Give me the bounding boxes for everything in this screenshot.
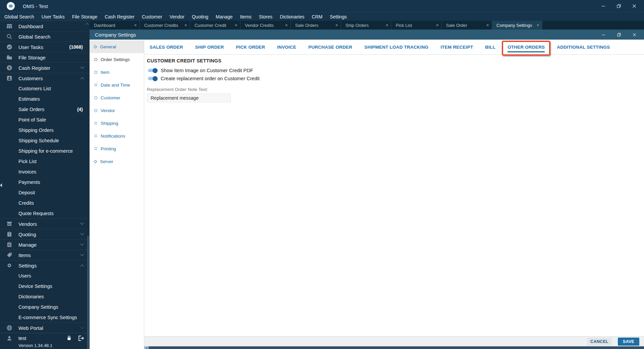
menu-item-global-search[interactable]: Global Search [1,12,38,21]
tab-pick-list[interactable]: Pick List× [391,21,442,30]
horizontal-scrollbar-thumb[interactable] [149,346,644,349]
settings-nav-customer[interactable]: Customer [90,91,144,104]
menu-item-quoting[interactable]: Quoting [188,12,212,21]
lock-icon[interactable] [66,335,73,342]
sidebar-item-e-commerce-sync-settings[interactable]: E-commerce Sync Settings [0,312,90,322]
sidebar-item-estimates[interactable]: Estimates [0,94,90,104]
tab-sale-orders[interactable]: Sale Orders× [291,21,341,30]
sidebar-item-credits[interactable]: Credits [0,198,90,208]
settings-tab-sales-order[interactable]: SALES ORDER [150,45,183,50]
replacement-note-input[interactable] [147,94,231,102]
sidebar-item-settings[interactable]: Settings [0,260,90,270]
menu-item-manage[interactable]: Manage [212,12,236,21]
sidebar-item-pick-list[interactable]: Pick List [0,156,90,166]
tab-close-icon[interactable]: × [134,23,137,28]
settings-nav-notifications[interactable]: Notifications [90,130,144,142]
settings-tab-item-receipt[interactable]: ITEM RECEIPT [440,45,473,50]
tab-close-icon[interactable]: × [436,23,439,28]
sidebar-scrollbar[interactable] [87,236,89,349]
tab-ship-orders[interactable]: Ship Orders× [341,21,391,30]
tab-dashboard[interactable]: Dashboard× [90,21,140,30]
sidebar-item-label: Device Settings [18,284,52,289]
close-icon[interactable] [627,0,642,12]
settings-nav-date-and-time[interactable]: Date and Time [90,79,144,91]
inner-minimize-icon[interactable] [596,30,611,40]
sidebar-item-vendors[interactable]: Vendors [0,218,90,229]
cancel-button[interactable]: CANCEL [587,338,612,346]
settings-nav-server[interactable]: Server [90,155,144,168]
sidebar-item-shipping-for-e-commerce[interactable]: Shipping for e-commerce [0,146,90,156]
settings-nav-order-settings[interactable]: Order Settings [90,53,144,66]
menu-item-dictionaries[interactable]: Dictionaries [276,12,308,21]
settings-nav-printing[interactable]: Printing [90,142,144,155]
menu-item-items[interactable]: Items [236,12,255,21]
sidebar-item-dashboard[interactable]: Dashboard [0,21,90,31]
sidebar-item-invoices[interactable]: Invoices [0,166,90,177]
sidebar-item-customers[interactable]: Customers [0,73,90,83]
menu-item-settings[interactable]: Settings [326,12,351,21]
settings-tab-bill[interactable]: BILL [485,45,495,50]
toggle-switch-show-item-image-on-customer-credit-pdf[interactable] [148,69,157,72]
settings-tab-shipment-load-tracking[interactable]: SHIPMENT LOAD TRACKING [364,45,428,50]
sidebar-item-sale-orders[interactable]: Sale Orders(4) [0,104,90,114]
toggle-switch-create-replacement-order-on-customer-credit[interactable] [148,77,157,80]
user-account-row[interactable]: test [0,333,90,343]
tab-vendor-credits[interactable]: Vendor Credits× [240,21,291,30]
tab-customer-credit[interactable]: Customer Credit× [190,21,240,30]
tab-sale-order[interactable]: Sale Order× [442,21,492,30]
tab-close-icon[interactable]: × [486,23,489,28]
sidebar-item-web-portal[interactable]: Web Portal [0,322,90,333]
sidebar-item-items[interactable]: Items [0,250,90,260]
tab-close-icon[interactable]: × [335,23,338,28]
sidebar-collapse-arrow-icon[interactable] [0,183,2,187]
settings-nav-general[interactable]: General [90,40,144,53]
save-button[interactable]: SAVE [618,338,639,346]
sidebar-item-file-storage[interactable]: File Storage [0,52,90,62]
inner-restore-icon[interactable] [611,30,627,40]
settings-tab-invoice[interactable]: INVOICE [277,45,296,50]
settings-nav-item[interactable]: Item [90,66,144,79]
sidebar-item-global-search[interactable]: Global Search [0,31,90,42]
sidebar-item-quote-requests[interactable]: Quote Requests [0,208,90,218]
tab-close-icon[interactable]: × [386,23,388,28]
sidebar-item-payments[interactable]: Payments [0,177,90,187]
settings-tab-purchase-order[interactable]: PURCHASE ORDER [308,45,352,50]
settings-tab-pick-order[interactable]: PICK ORDER [236,45,265,50]
sidebar-item-users[interactable]: Users [0,270,90,281]
maximize-icon[interactable] [611,0,627,12]
tab-close-icon[interactable]: × [235,23,237,28]
sidebar-item-quoting[interactable]: ?Quoting [0,229,90,239]
menu-item-file-storage[interactable]: File Storage [68,12,101,21]
inner-close-icon[interactable] [627,30,642,40]
settings-tab-additional-settings[interactable]: ADDITIONAL SETTINGS [557,45,610,50]
settings-tab-other-orders[interactable]: OTHER ORDERS [502,41,550,56]
tab-close-icon[interactable]: × [285,23,288,28]
menu-item-stores[interactable]: Stores [255,12,276,21]
sidebar-item-manage[interactable]: Manage [0,239,90,250]
tab-company-settings[interactable]: Company Settings× [492,21,542,30]
menu-item-crm[interactable]: CRM [308,12,326,21]
sidebar-item-dictionaries[interactable]: Dictionaries [0,291,90,302]
tab-close-icon[interactable]: × [184,23,187,28]
sidebar-item-point-of-sale[interactable]: Point of Sale [0,114,90,125]
sidebar-item-user-tasks[interactable]: User Tasks(1068) [0,42,90,52]
tab-close-icon[interactable]: × [537,23,539,28]
menu-item-customer[interactable]: Customer [138,12,166,21]
sidebar-item-customers-list[interactable]: Customers List [0,83,90,94]
sidebar-item-shipping-orders[interactable]: Shipping Orders [0,125,90,135]
sidebar-item-company-settings[interactable]: Company Settings [0,302,90,312]
menu-item-user-tasks[interactable]: User Tasks [38,12,68,21]
sidebar-item-device-settings[interactable]: Device Settings [0,281,90,291]
sidebar-item-cash-register[interactable]: $Cash Register [0,62,90,73]
sign-out-icon[interactable] [77,335,84,342]
sidebar-item-deposit[interactable]: Deposit [0,187,90,198]
minimize-icon[interactable] [596,0,611,12]
tab-customer-credits[interactable]: Customer Credits× [140,21,190,30]
settings-nav-shipping[interactable]: Shipping [90,117,144,130]
menu-item-cash-register[interactable]: Cash Register [101,12,138,21]
settings-nav-vendor[interactable]: Vendor [90,104,144,117]
menu-item-vendor[interactable]: Vendor [166,12,188,21]
settings-tab-ship-order[interactable]: SHIP ORDER [195,45,224,50]
scroll-left-arrow-icon[interactable]: ◂ [144,346,149,349]
sidebar-item-shipping-schedule[interactable]: Shipping Schedule [0,135,90,146]
